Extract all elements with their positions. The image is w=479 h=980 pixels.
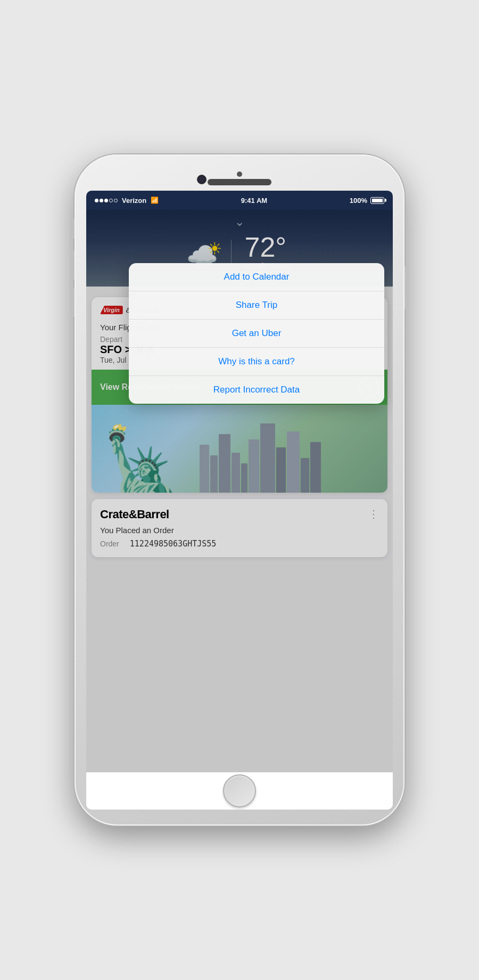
menu-item-add-calendar[interactable]: Add to Calendar: [129, 263, 384, 291]
clock: 9:41 AM: [241, 197, 267, 205]
context-menu: Add to Calendar Share Trip Get an Uber W…: [129, 263, 384, 404]
status-right: 100%: [350, 197, 384, 205]
volume-down-button[interactable]: [70, 288, 75, 317]
battery-icon: [370, 197, 384, 204]
content-area: ⌄ ☁️ ☀ 72° Mostly Sunny Palo Alto, CA: [86, 210, 393, 772]
phone-frame: Verizon 📶 9:41 AM 100% ⌄ ☁️: [75, 154, 404, 826]
menu-item-report-incorrect[interactable]: Report Incorrect Data: [129, 376, 384, 404]
volume-up-button[interactable]: [70, 250, 75, 280]
phone-top-hardware: [86, 170, 393, 186]
menu-item-share-trip[interactable]: Share Trip: [129, 291, 384, 320]
status-bar: Verizon 📶 9:41 AM 100%: [86, 191, 393, 210]
menu-item-get-uber[interactable]: Get an Uber: [129, 320, 384, 348]
speaker-grille: [208, 179, 271, 185]
wifi-icon: 📶: [151, 197, 159, 204]
signal-strength: [95, 199, 118, 202]
phone-screen: Verizon 📶 9:41 AM 100% ⌄ ☁️: [86, 191, 393, 810]
menu-item-why-card[interactable]: Why is this a card?: [129, 348, 384, 376]
carrier-label: Verizon: [122, 197, 146, 205]
status-left: Verizon 📶: [95, 197, 159, 205]
home-button-area: [86, 772, 393, 810]
front-camera: [197, 175, 207, 184]
power-button[interactable]: [404, 266, 409, 309]
speaker-dot: [237, 172, 242, 177]
home-button[interactable]: [223, 774, 256, 807]
battery-percent: 100%: [350, 197, 367, 205]
mute-button[interactable]: [70, 218, 75, 239]
